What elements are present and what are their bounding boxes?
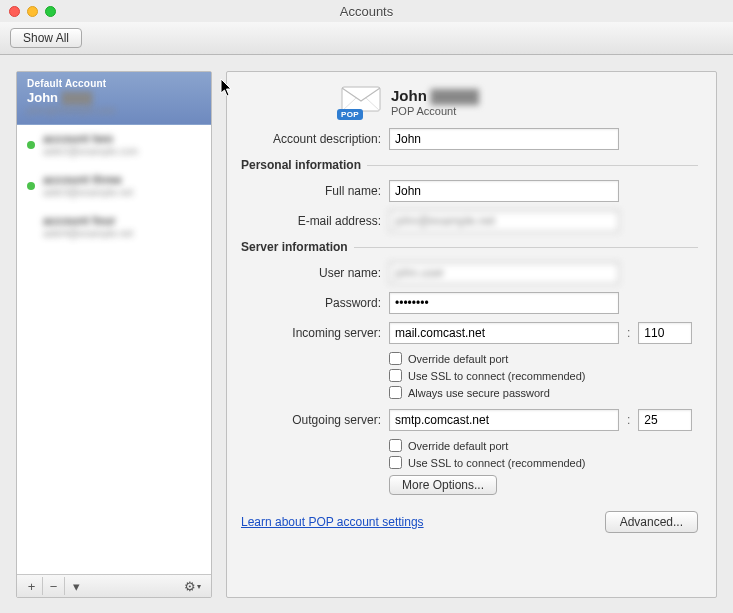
account-email: john@example.com: [27, 105, 201, 116]
row-full-name: Full name:: [241, 180, 698, 202]
window-title: Accounts: [0, 4, 733, 19]
label-incoming-server: Incoming server:: [241, 326, 389, 340]
label-secure-pass: Always use secure password: [408, 387, 550, 399]
account-item-selected[interactable]: Default Account John ▇▇▇ john@example.co…: [17, 72, 211, 125]
account-item[interactable]: account three addr3@example.net: [17, 166, 211, 207]
outgoing-use-ssl-checkbox[interactable]: [389, 456, 402, 469]
label-user-name: User name:: [241, 266, 389, 280]
password-input[interactable]: [389, 292, 619, 314]
row-incoming-secure-pass: Always use secure password: [389, 386, 698, 399]
account-description-input[interactable]: [389, 128, 619, 150]
incoming-secure-password-checkbox[interactable]: [389, 386, 402, 399]
account-name: account two: [43, 132, 138, 146]
content-area: Default Account John ▇▇▇ john@example.co…: [0, 55, 733, 613]
svg-rect-0: [342, 87, 380, 111]
outgoing-override-port-checkbox[interactable]: [389, 439, 402, 452]
learn-pop-link[interactable]: Learn about POP account settings: [241, 515, 424, 529]
incoming-port-input[interactable]: [638, 322, 692, 344]
row-outgoing-override: Override default port: [389, 439, 698, 452]
zoom-window-button[interactable]: [45, 6, 56, 17]
incoming-override-port-checkbox[interactable]: [389, 352, 402, 365]
outgoing-server-input[interactable]: [389, 409, 619, 431]
row-incoming-override: Override default port: [389, 352, 698, 365]
outgoing-port-input[interactable]: [638, 409, 692, 431]
port-separator: :: [625, 413, 632, 427]
minimize-window-button[interactable]: [27, 6, 38, 17]
row-incoming-ssl: Use SSL to connect (recommended): [389, 369, 698, 382]
account-options-dropdown[interactable]: ▾: [65, 577, 87, 595]
gear-icon: ⚙: [184, 579, 196, 594]
more-options-button[interactable]: More Options...: [389, 475, 497, 495]
full-name-input[interactable]: [389, 180, 619, 202]
row-user-name: User name:: [241, 262, 698, 284]
account-header-name: John ▇▇▇▇: [391, 87, 479, 105]
close-window-button[interactable]: [9, 6, 20, 17]
row-incoming-server: Incoming server: :: [241, 322, 698, 344]
section-server-info: Server information: [241, 240, 698, 254]
add-account-button[interactable]: +: [21, 577, 43, 595]
panel-footer: Learn about POP account settings Advance…: [241, 511, 698, 533]
advanced-button[interactable]: Advanced...: [605, 511, 698, 533]
account-email: addr3@example.net: [43, 187, 133, 198]
status-dot-icon: [27, 141, 35, 149]
account-email: addr2@example.com: [43, 146, 138, 157]
row-email: E-mail address:: [241, 210, 698, 232]
incoming-server-input[interactable]: [389, 322, 619, 344]
account-details-panel: POP John ▇▇▇▇ POP Account Account descri…: [226, 71, 717, 598]
port-separator: :: [625, 326, 632, 340]
titlebar: Accounts: [0, 0, 733, 22]
account-name: John ▇▇▇: [27, 90, 201, 105]
row-account-description: Account description:: [241, 128, 698, 150]
default-account-label: Default Account: [27, 78, 201, 89]
sidebar-toolbar: + − ▾ ⚙▾: [17, 574, 211, 597]
account-name: account four: [43, 214, 133, 228]
label-use-ssl-out: Use SSL to connect (recommended): [408, 457, 586, 469]
incoming-use-ssl-checkbox[interactable]: [389, 369, 402, 382]
account-item[interactable]: account two addr2@example.com: [17, 125, 211, 166]
label-full-name: Full name:: [241, 184, 389, 198]
account-item[interactable]: account four addr4@example.net: [17, 207, 211, 248]
window-controls: [9, 6, 56, 17]
show-all-button[interactable]: Show All: [10, 28, 82, 48]
account-header-type: POP Account: [391, 105, 479, 117]
row-outgoing-server: Outgoing server: :: [241, 409, 698, 431]
toolbar: Show All: [0, 22, 733, 55]
accounts-list[interactable]: Default Account John ▇▇▇ john@example.co…: [17, 72, 211, 574]
accounts-sidebar: Default Account John ▇▇▇ john@example.co…: [16, 71, 212, 598]
chevron-down-icon: ▾: [197, 582, 201, 591]
mail-pop-icon: POP: [341, 86, 381, 118]
row-password: Password:: [241, 292, 698, 314]
account-header: POP John ▇▇▇▇ POP Account: [341, 86, 698, 118]
remove-account-button[interactable]: −: [43, 577, 65, 595]
status-dot-icon: [27, 182, 35, 190]
label-use-ssl: Use SSL to connect (recommended): [408, 370, 586, 382]
account-name: account three: [43, 173, 133, 187]
label-password: Password:: [241, 296, 389, 310]
accounts-window: Accounts Show All Default Account John ▇…: [0, 0, 733, 613]
label-override-port-out: Override default port: [408, 440, 508, 452]
label-email: E-mail address:: [241, 214, 389, 228]
status-dot-icon: [27, 223, 35, 231]
pop-badge: POP: [337, 109, 363, 120]
settings-gear-button[interactable]: ⚙▾: [178, 578, 207, 595]
row-outgoing-ssl: Use SSL to connect (recommended): [389, 456, 698, 469]
account-email: addr4@example.net: [43, 228, 133, 239]
user-name-input[interactable]: [389, 262, 619, 284]
section-personal-info: Personal information: [241, 158, 698, 172]
label-account-description: Account description:: [241, 132, 389, 146]
label-outgoing-server: Outgoing server:: [241, 413, 389, 427]
email-input[interactable]: [389, 210, 619, 232]
label-override-port: Override default port: [408, 353, 508, 365]
